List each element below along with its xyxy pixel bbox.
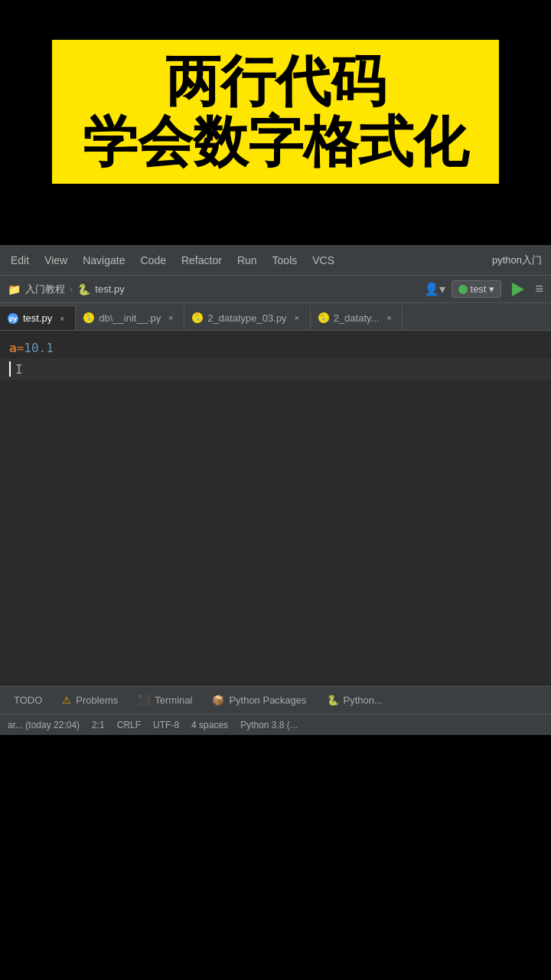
todo-label: TODO [14, 694, 42, 706]
python-file-icon: 🐍 [77, 283, 90, 296]
code-equals: = [17, 341, 24, 355]
cursor-container: I [9, 361, 23, 377]
tab-label-test: test.py [23, 312, 52, 324]
menu-tools[interactable]: Tools [265, 245, 305, 275]
cursor-char: I [15, 362, 23, 377]
ide-container: Edit View Navigate Code Refactor Run Too… [0, 245, 551, 735]
status-bar: ar... (today 22:04) 2:1 CRLF UTF-8 4 spa… [0, 714, 551, 736]
bottom-tab-python-packages[interactable]: 📦 Python Packages [203, 688, 315, 713]
banner-area: 两行代码 学会数字格式化 [52, 40, 499, 184]
tab-icon-test: py [8, 313, 18, 324]
menu-run[interactable]: Run [230, 245, 265, 275]
tab-icon-db: 🐍 [83, 312, 94, 323]
breadcrumb-bar: 📁 入门教程 › 🐍 test.py 👤▾ test ▾ ≡ [0, 276, 551, 303]
breadcrumb-right: 👤▾ test ▾ ≡ [424, 279, 543, 300]
tab-label-dt3: 2_datatype_03.py [207, 312, 286, 324]
code-editor[interactable]: a = 10.1 I [0, 331, 551, 658]
folder-icon: 📁 [8, 283, 21, 296]
tab-datatype-03[interactable]: 🐍 2_datatype_03.py × [184, 305, 310, 330]
package-icon: 📦 [212, 694, 224, 706]
black-top-area [0, 0, 551, 40]
run-button[interactable] [507, 279, 529, 300]
tab-db-init[interactable]: 🐍 db\__init__.py × [76, 305, 184, 330]
bottom-tab-todo[interactable]: TODO [5, 688, 51, 713]
breadcrumb-file[interactable]: test.py [95, 283, 124, 295]
status-line-ending[interactable]: CRLF [117, 720, 141, 730]
menu-bar: Edit View Navigate Code Refactor Run Too… [0, 245, 551, 276]
black-bottom-area [0, 735, 551, 980]
status-python-version[interactable]: Python 3.8 (... [240, 720, 298, 730]
problems-label: Problems [76, 694, 118, 706]
bottom-tab-terminal[interactable]: ⬛ Terminal [129, 688, 201, 713]
banner-line1: 两行代码 [165, 51, 386, 112]
bottom-tab-python-console[interactable]: 🐍 Python... [318, 688, 392, 713]
tab-close-db[interactable]: × [165, 312, 176, 323]
tab-icon-dt3: 🐍 [192, 312, 203, 323]
menu-vcs[interactable]: VCS [305, 245, 342, 275]
menu-bar-right: python入门 [486, 252, 548, 269]
tab-close-test[interactable]: × [57, 313, 67, 324]
bottom-tabs-bar: TODO ⚠ Problems ⬛ Terminal 📦 Python Pack… [0, 687, 551, 714]
tab-datatype-trunc[interactable]: 🐍 2_dataty... × [311, 305, 403, 330]
status-indent[interactable]: 4 spaces [191, 720, 228, 730]
code-line-2: I [0, 358, 551, 380]
code-value: 10.1 [24, 341, 54, 355]
tabs-bar: py test.py × 🐍 db\__init__.py × 🐍 2_data… [0, 303, 551, 331]
tab-close-dt3[interactable]: × [292, 312, 302, 323]
bottom-panel: TODO ⚠ Problems ⬛ Terminal 📦 Python Pack… [0, 686, 551, 735]
bottom-tab-problems[interactable]: ⚠ Problems [53, 688, 127, 713]
tab-icon-dtt: 🐍 [318, 312, 329, 323]
user-icon[interactable]: 👤▾ [424, 282, 445, 296]
tab-test-py[interactable]: py test.py × [0, 305, 76, 330]
breadcrumb-folder[interactable]: 入门教程 [25, 283, 65, 296]
status-position: 2:1 [92, 720, 105, 730]
status-timestamp: ar... (today 22:04) [8, 720, 80, 730]
python-label: python入门 [486, 252, 548, 269]
tab-label-db: db\__init__.py [99, 312, 161, 324]
python-console-label: Python... [344, 694, 383, 706]
chevron-down-icon: ▾ [489, 283, 494, 295]
terminal-label: Terminal [155, 694, 192, 706]
status-encoding[interactable]: UTF-8 [153, 720, 179, 730]
tab-label-dtt: 2_dataty... [334, 312, 380, 324]
warning-icon: ⚠ [62, 694, 71, 706]
menu-view[interactable]: View [37, 245, 75, 275]
menu-code[interactable]: Code [132, 245, 173, 275]
breadcrumb-separator: › [70, 283, 73, 295]
code-var-a: a [9, 341, 17, 355]
menu-navigate[interactable]: Navigate [75, 245, 132, 275]
terminal-icon: ⬛ [138, 694, 150, 706]
tab-close-dtt[interactable]: × [383, 312, 394, 323]
more-actions-icon[interactable]: ≡ [535, 281, 543, 297]
test-run-dropdown[interactable]: test ▾ [452, 280, 502, 298]
python-console-icon: 🐍 [327, 694, 339, 706]
menu-refactor[interactable]: Refactor [174, 245, 230, 275]
python-packages-label: Python Packages [229, 694, 306, 706]
test-label: test [471, 283, 487, 295]
menu-edit[interactable]: Edit [3, 245, 37, 275]
run-triangle-icon [512, 283, 524, 296]
code-line-1: a = 10.1 [0, 337, 551, 358]
banner-line2: 学会数字格式化 [83, 112, 468, 172]
test-dot [458, 285, 468, 294]
text-cursor [9, 361, 11, 377]
